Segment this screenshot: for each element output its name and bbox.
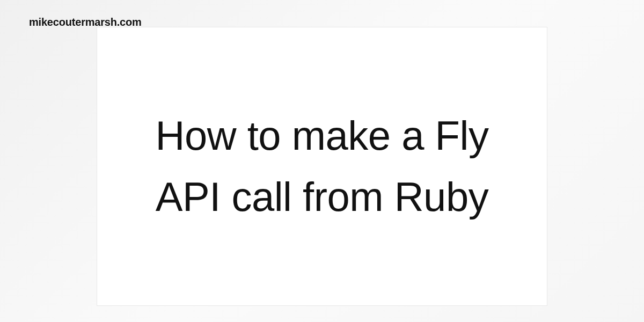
- page-title: How to make a Fly API call from Ruby: [129, 105, 515, 228]
- title-card: How to make a Fly API call from Ruby: [97, 27, 547, 306]
